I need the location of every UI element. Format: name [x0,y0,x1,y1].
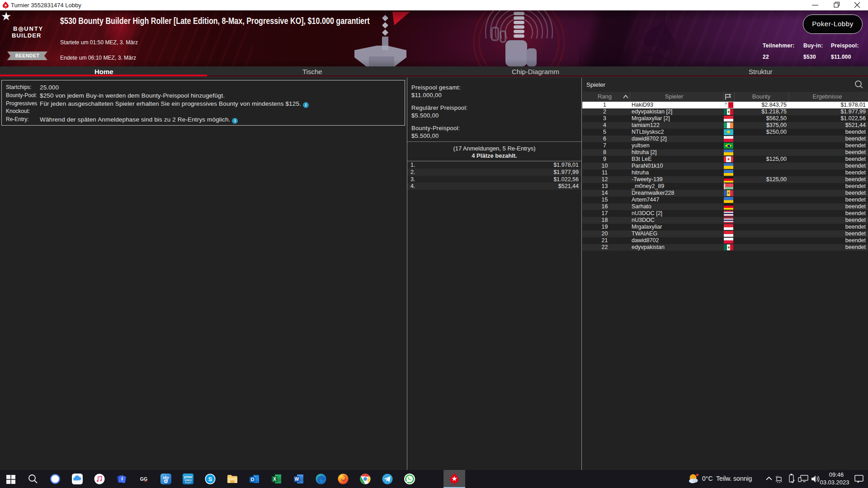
svg-text:sky: sky [163,475,170,480]
svg-text:video: video [184,479,192,482]
svg-text:GG: GG [140,476,147,482]
svg-text:W: W [295,477,299,482]
svg-text:S: S [208,476,212,483]
svg-text:X: X [273,477,276,482]
svg-text:O: O [251,477,255,482]
